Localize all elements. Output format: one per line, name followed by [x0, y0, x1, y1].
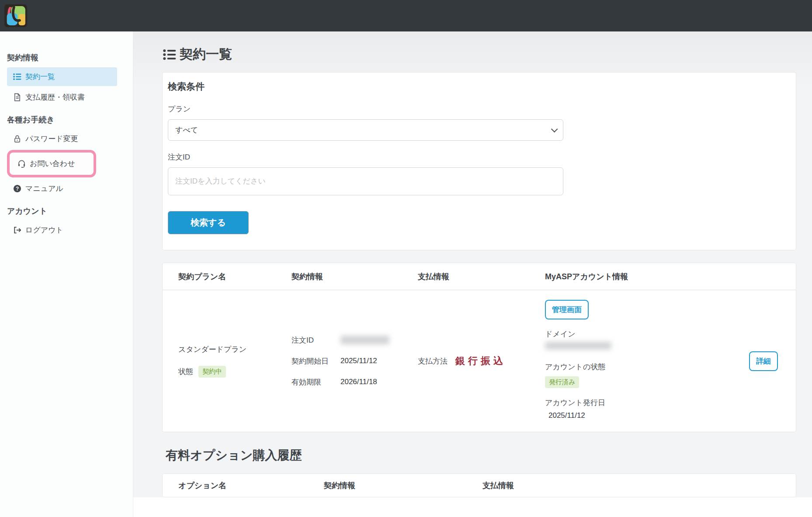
sidebar-item-logout[interactable]: ログアウト	[7, 221, 133, 239]
plan-select-value: すべて	[175, 125, 198, 135]
order-id-row-label: 注文ID	[291, 335, 340, 345]
order-id-label: 注文ID	[168, 152, 790, 162]
sidebar-item-label: マニュアル	[25, 184, 63, 194]
sidebar-item-label: パスワード変更	[25, 134, 78, 144]
plan-name: スタンダードプラン	[178, 344, 276, 354]
contract-info-cell: 注文ID 契約開始日 2025/11/12 有効期限 2026/11/18	[276, 290, 402, 432]
domain-label: ドメイン	[545, 329, 733, 339]
sidebar-item-contract-list[interactable]: 契約一覧	[7, 67, 117, 86]
file-icon	[13, 93, 21, 101]
col-header-myasp-account: MyASPアカウント情報	[529, 271, 733, 282]
account-status-label: アカウントの状態	[545, 362, 733, 372]
app-logo[interactable]	[4, 4, 27, 27]
options-table-header: オプション名 契約情報 支払情報	[163, 474, 796, 497]
domain-redacted	[545, 342, 611, 350]
sidebar-section-account: アカウント	[7, 206, 133, 216]
payment-method-label: 支払方法	[418, 356, 448, 366]
col-header-payment-info: 支払情報	[402, 271, 529, 282]
lock-icon	[13, 135, 21, 143]
sidebar-item-label: お問い合わせ	[30, 159, 75, 169]
col-header-option-contract-info: 契約情報	[308, 480, 467, 491]
plan-label: プラン	[168, 104, 790, 114]
col-header-option-name: オプション名	[163, 480, 308, 491]
plan-cell: スタンダードプラン 状態 契約中	[163, 290, 276, 432]
options-history-heading: 有料オプション購入履歴	[166, 447, 796, 464]
sidebar: 契約情報 契約一覧 支払履歴・領収書 各種お手続き	[0, 31, 133, 517]
order-id-redacted	[340, 336, 389, 344]
start-date-label: 契約開始日	[291, 356, 340, 366]
sidebar-item-label: ログアウト	[25, 225, 63, 235]
list-icon	[163, 48, 176, 61]
sidebar-section-contract-info: 契約情報	[7, 52, 133, 63]
list-icon	[13, 73, 21, 81]
status-badge: 契約中	[198, 366, 226, 378]
search-button[interactable]: 検索する	[168, 211, 249, 234]
sidebar-item-manual[interactable]: ? マニュアル	[7, 179, 133, 198]
detail-button[interactable]: 詳細	[749, 351, 778, 371]
search-heading: 検索条件	[168, 80, 790, 93]
sidebar-section-procedures: 各種お手続き	[7, 115, 133, 125]
status-label: 状態	[178, 367, 193, 377]
topbar	[0, 0, 812, 31]
sidebar-item-label: 契約一覧	[25, 72, 55, 82]
svg-text:?: ?	[16, 186, 19, 192]
sidebar-item-label: 支払履歴・領収書	[25, 92, 85, 102]
admin-screen-button[interactable]: 管理画面	[545, 300, 589, 319]
detail-cell: 詳細	[733, 290, 796, 432]
question-icon: ?	[13, 184, 21, 193]
contracts-table: 契約プラン名 契約情報 支払情報 MyASPアカウント情報 スタンダードプラン …	[162, 263, 796, 432]
payment-method-value: 銀行振込	[455, 354, 506, 368]
account-status-badge: 発行済み	[545, 376, 579, 388]
headset-icon	[17, 160, 26, 168]
page-title-text: 契約一覧	[180, 45, 232, 63]
start-date-value: 2025/11/12	[340, 357, 377, 365]
sidebar-item-password-change[interactable]: パスワード変更	[7, 129, 133, 148]
main-content: 契約一覧 検索条件 プラン すべて 注文ID 検索する 契約プラン名	[133, 31, 812, 517]
col-header-plan: 契約プラン名	[163, 271, 276, 282]
account-issued-value: 2025/11/12	[545, 411, 733, 420]
sidebar-item-contact[interactable]: お問い合わせ	[11, 154, 79, 173]
expiry-date-value: 2026/11/18	[340, 378, 377, 386]
contracts-table-header: 契約プラン名 契約情報 支払情報 MyASPアカウント情報	[163, 263, 796, 290]
contact-highlight-annotation: お問い合わせ	[7, 150, 96, 177]
page-title: 契約一覧	[163, 45, 796, 63]
myasp-account-cell: 管理画面 ドメイン アカウントの状態 発行済み アカウント発行日 2025/11…	[529, 290, 733, 432]
plan-select[interactable]: すべて	[168, 119, 563, 141]
search-panel: 検索条件 プラン すべて 注文ID 検索する	[162, 72, 796, 250]
contract-row: スタンダードプラン 状態 契約中 注文ID 契約開始日	[163, 290, 796, 432]
col-header-contract-info: 契約情報	[276, 271, 402, 282]
payment-cell: 支払方法 銀行振込	[402, 290, 529, 432]
options-history-table: オプション名 契約情報 支払情報	[162, 473, 796, 497]
expiry-date-label: 有効期限	[291, 377, 340, 387]
order-id-input[interactable]	[168, 167, 563, 195]
account-issued-label: アカウント発行日	[545, 398, 733, 408]
chevron-down-icon	[551, 126, 558, 133]
logout-icon	[13, 226, 21, 234]
col-header-option-payment-info: 支払情報	[467, 480, 796, 491]
sidebar-item-payment-history[interactable]: 支払履歴・領収書	[7, 88, 133, 107]
